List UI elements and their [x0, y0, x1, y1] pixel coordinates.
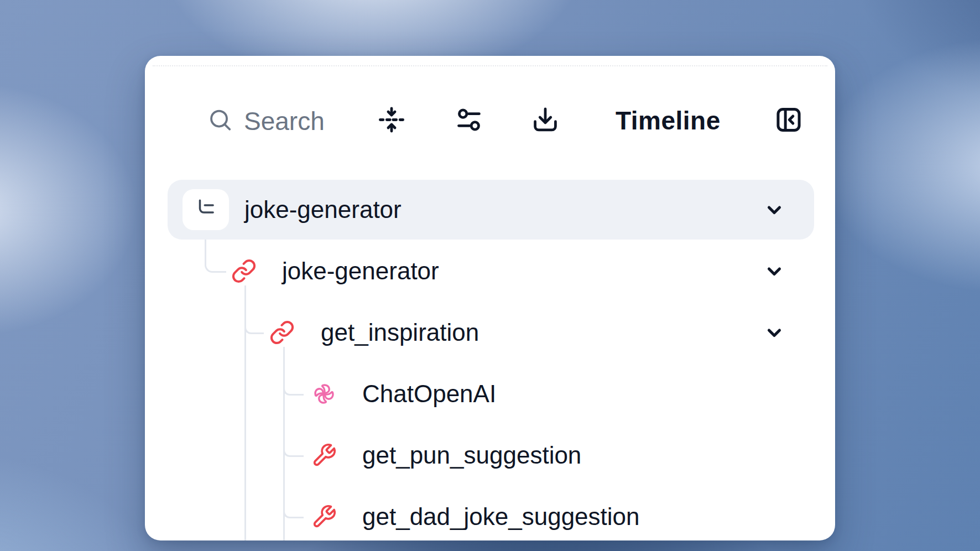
search-button[interactable]: Search	[207, 107, 325, 134]
tree-row-label: joke-generator	[244, 197, 402, 222]
tree-row-label: ChatOpenAI	[362, 382, 496, 406]
search-icon	[207, 107, 233, 134]
wrench-icon	[311, 504, 337, 529]
tree-row-label: get_inspiration	[321, 320, 479, 345]
chain-link-icon	[231, 258, 257, 284]
trace-tree-panel: Search Timeline	[145, 56, 835, 540]
tree-connector	[283, 361, 304, 396]
download-icon	[531, 106, 560, 136]
tree-row[interactable]: joke-generator	[244, 197, 402, 222]
chevron-down-icon[interactable]	[764, 199, 785, 220]
tree-row[interactable]: ChatOpenAI	[362, 382, 496, 406]
tree-connector	[283, 422, 304, 457]
chevron-down-icon[interactable]	[764, 322, 785, 343]
tree-connector	[283, 484, 304, 518]
tree-row-label: joke-generator	[282, 259, 439, 283]
download-button[interactable]	[531, 106, 560, 136]
search-label: Search	[244, 108, 325, 133]
filter-sliders-icon	[455, 106, 483, 136]
tree-row[interactable]: get_dad_joke_suggestion	[362, 505, 640, 529]
filter-button[interactable]	[455, 106, 483, 136]
wrench-icon	[311, 443, 337, 468]
tree-row-label: get_pun_suggestion	[362, 443, 581, 467]
collapse-panel-button[interactable]	[774, 106, 803, 136]
panel-collapse-icon	[774, 106, 803, 136]
tree-row-label: get_dad_joke_suggestion	[362, 505, 640, 529]
root-icon-chip	[183, 189, 229, 230]
collapse-vertical-icon	[377, 106, 406, 136]
collapse-all-button[interactable]	[377, 106, 406, 136]
pinwheel-icon	[312, 382, 336, 406]
tree-connector	[244, 299, 264, 334]
panel-top-divider	[153, 65, 827, 66]
timeline-title: Timeline	[616, 108, 721, 133]
chain-link-icon	[269, 320, 295, 345]
tree-row[interactable]: joke-generator	[282, 259, 439, 283]
tree-row[interactable]: get_pun_suggestion	[362, 443, 581, 467]
list-tree-icon	[194, 197, 217, 222]
chevron-down-icon[interactable]	[764, 261, 785, 282]
tree-row[interactable]: get_inspiration	[321, 320, 479, 345]
